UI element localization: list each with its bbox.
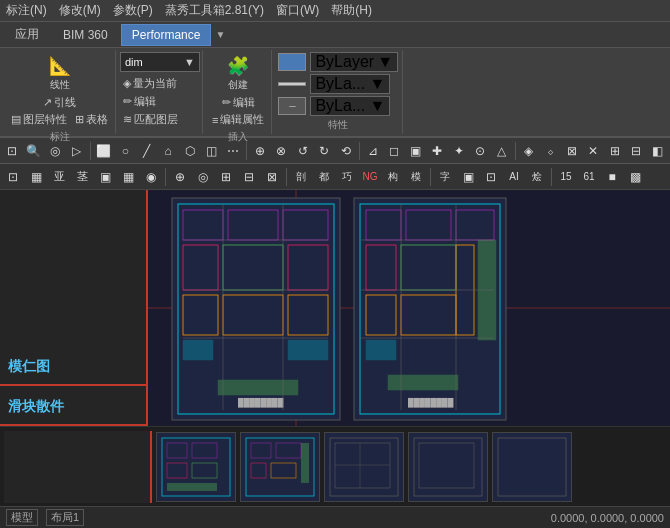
tool2-btn-9[interactable]: ⊟ [238,166,260,188]
toolbar2-sep-1 [165,168,166,186]
menu-tools[interactable]: 蒸秀工具箱2.81(Y) [165,2,264,19]
thumbnail-2[interactable] [240,432,320,502]
ribbon-btn-linear[interactable]: 📐 线性 [42,52,78,94]
tool-btn-12[interactable]: ⊕ [250,140,270,162]
tool2-btn-10[interactable]: ⊠ [261,166,283,188]
tool-btn-4[interactable]: ▷ [66,140,86,162]
tool2-btn-2[interactable]: ▦ [25,166,47,188]
tab-performance[interactable]: Performance [121,24,212,46]
svg-text:████████: ████████ [408,397,454,408]
ribbon-btn-edit-label: 编辑 [134,94,156,109]
ribbon-btn-layerprop[interactable]: ▤ 图层特性 [8,111,70,128]
ribbon-btn-create-label: 创建 [228,78,248,92]
cad-viewport[interactable]: ████████ [148,190,670,426]
tool2-btn-1[interactable]: ⊡ [2,166,24,188]
tool2-btn-12[interactable]: ⊡ [480,166,502,188]
tool2-btn-jing[interactable]: 茎 [71,166,93,188]
tool2-btn-gou[interactable]: 构 [382,166,404,188]
tab-apply[interactable]: 应用 [4,24,50,46]
tool2-btn-6[interactable]: ⊕ [169,166,191,188]
tool-btn-28[interactable]: ⊞ [605,140,625,162]
tool-btn-6[interactable]: ○ [115,140,135,162]
tool-btn-3[interactable]: ◎ [45,140,65,162]
tool2-btn-pou[interactable]: 剖 [290,166,312,188]
tab-bim360[interactable]: BIM 360 [52,24,119,46]
ribbon-btn-table[interactable]: ⊞ 表格 [72,111,111,128]
ribbon-annotation-top: 📐 线性 [42,52,78,94]
thumbnail-3[interactable] [324,432,404,502]
tool-btn-21[interactable]: ✦ [449,140,469,162]
tool2-btn-mo[interactable]: 模 [405,166,427,188]
tool2-btn-8[interactable]: ⊞ [215,166,237,188]
tool-btn-27[interactable]: ✕ [583,140,603,162]
ribbon-annotation-bot: ▤ 图层特性 ⊞ 表格 [8,111,111,128]
tool2-btn-ai[interactable]: AI [503,166,525,188]
tab-arrow[interactable]: ▼ [213,28,227,42]
tool-btn-26[interactable]: ⊠ [562,140,582,162]
tool-btn-23[interactable]: △ [491,140,511,162]
tool2-btn-61[interactable]: 61 [578,166,600,188]
ribbon-btn-edit2-label: 编辑 [233,95,255,110]
tool-btn-14[interactable]: ↺ [293,140,313,162]
status-model-tab[interactable]: 模型 [6,509,38,526]
tool-btn-29[interactable]: ⊟ [626,140,646,162]
tool2-btn-15[interactable]: 15 [555,166,577,188]
tool-btn-13[interactable]: ⊗ [271,140,291,162]
tool2-btn-zi[interactable]: 字 [434,166,456,188]
menu-xiugai[interactable]: 修改(M) [59,2,101,19]
tool-btn-17[interactable]: ⊿ [363,140,383,162]
dim-dropdown[interactable]: dim ▼ [120,52,200,72]
tool-btn-19[interactable]: ▣ [406,140,426,162]
tool-btn-10[interactable]: ◫ [201,140,221,162]
tool2-btn-ya[interactable]: 亚 [48,166,70,188]
thumbnail-5[interactable] [492,432,572,502]
ribbon-btn-leader[interactable]: ↗ 引线 [40,94,79,111]
tool2-btn-11[interactable]: ▣ [457,166,479,188]
tool2-btn-7[interactable]: ◎ [192,166,214,188]
bylayer-weight-dropdown[interactable]: ByLa... ▼ [310,96,390,116]
ribbon-btn-edit2[interactable]: ✏ 编辑 [219,94,258,111]
status-layout-tab[interactable]: 布局1 [46,509,84,526]
ribbon-btn-editattr[interactable]: ≡ 编辑属性 [209,111,267,128]
tool2-btn-qiao[interactable]: 巧 [336,166,358,188]
thumbnail-4[interactable] [408,432,488,502]
tool-btn-22[interactable]: ⊙ [470,140,490,162]
tool-btn-24[interactable]: ◈ [519,140,539,162]
menu-biaozhu[interactable]: 标注(N) [6,2,47,19]
tool-btn-8[interactable]: ⌂ [158,140,178,162]
tool-btn-25[interactable]: ⬦ [540,140,560,162]
tool-btn-18[interactable]: ◻ [384,140,404,162]
ribbon-btn-create[interactable]: 🧩 创建 [220,52,256,94]
tool2-btn-du[interactable]: 都 [313,166,335,188]
tool-btn-7[interactable]: ╱ [137,140,157,162]
svg-rect-35 [388,375,458,390]
menu-canshu[interactable]: 参数(P) [113,2,153,19]
bylayer-line-dropdown[interactable]: ByLa... ▼ [310,74,390,94]
tool2-btn-3[interactable]: ▣ [94,166,116,188]
thumbnail-1[interactable] [156,432,236,502]
bylayer-color-dropdown[interactable]: ByLayer ▼ [310,52,398,72]
tool2-btn-4[interactable]: ▦ [117,166,139,188]
ribbon-btn-setcurrent[interactable]: ◈ 量为当前 [120,75,200,92]
menu-help[interactable]: 帮助(H) [331,2,372,19]
tool2-btn-14[interactable]: ▩ [624,166,646,188]
tool-btn-20[interactable]: ✚ [427,140,447,162]
ribbon-btn-matchlayer[interactable]: ≋ 匹配图层 [120,111,200,128]
tool-btn-2[interactable]: 🔍 [23,140,43,162]
tool2-btn-5[interactable]: ◉ [140,166,162,188]
menu-window[interactable]: 窗口(W) [276,2,319,19]
tool-btn-16[interactable]: ⟲ [335,140,355,162]
tool-btn-5[interactable]: ⬜ [94,140,114,162]
tool-btn-15[interactable]: ↻ [314,140,334,162]
tool-btn-1[interactable]: ⊡ [2,140,22,162]
ribbon-btn-edit[interactable]: ✏ 编辑 [120,93,200,110]
tool2-btn-ng[interactable]: NG [359,166,381,188]
bylayer-color-arrow: ▼ [377,53,393,71]
tool-btn-30[interactable]: ◧ [647,140,667,162]
tool2-btn-13[interactable]: ■ [601,166,623,188]
tool-btn-9[interactable]: ⬡ [179,140,199,162]
status-coords: 0.0000, 0.0000, 0.0000 [551,512,664,524]
ribbon-group-layer: dim ▼ ◈ 量为当前 ✏ 编辑 ≋ 匹配图层 [118,50,203,134]
tool-btn-11[interactable]: ⋯ [222,140,242,162]
tool2-btn-hui[interactable]: 烩 [526,166,548,188]
